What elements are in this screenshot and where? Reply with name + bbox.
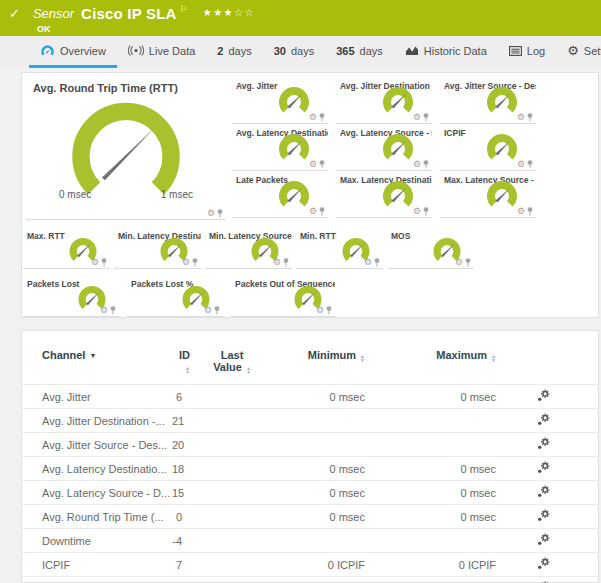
gear-icon[interactable]: ⚙	[364, 258, 372, 267]
tab-live-data[interactable]: Live Data	[117, 36, 206, 68]
channel-cell[interactable]: ICPIF	[22, 553, 172, 577]
gear-icon[interactable]: ⚙	[309, 207, 317, 216]
priority-flag-icon[interactable]: ⚐	[180, 4, 188, 14]
tab-2-days[interactable]: 2 days	[206, 36, 262, 68]
pin-icon[interactable]	[217, 209, 223, 218]
pin-icon[interactable]	[423, 207, 429, 216]
gear-icon[interactable]: ⚙	[309, 160, 317, 169]
channel-settings-icon[interactable]	[537, 413, 550, 426]
tab-30-days[interactable]: 30 days	[263, 36, 326, 68]
gauge-tile[interactable]: Packets Lost % ⚙	[127, 275, 223, 317]
sort-icon: ▲▼	[491, 354, 496, 362]
tab-historic-data[interactable]: Historic Data	[394, 36, 498, 68]
column-header-id[interactable]: ID▲▼	[172, 347, 192, 385]
pin-icon[interactable]	[319, 160, 325, 169]
channel-settings-icon[interactable]	[537, 509, 550, 522]
gauge-tile[interactable]: Avg. Jitter Destination - Source ⚙	[336, 77, 432, 124]
gear-icon[interactable]: ⚙	[91, 258, 99, 267]
gauge-tile-main[interactable]: Avg. Round Trip Time (RTT) 0 msec 1 msec…	[26, 77, 226, 220]
table-row[interactable]: Late Packets 11 0 # 0 #	[22, 577, 598, 583]
gauge-tile[interactable]: Max. Latency Destination - So... ⚙	[336, 171, 432, 218]
gear-icon[interactable]: ⚙	[309, 113, 317, 122]
gear-icon[interactable]: ⚙	[413, 207, 421, 216]
gear-icon[interactable]: ⚙	[273, 258, 281, 267]
channel-cell[interactable]: Downtime	[22, 529, 172, 553]
column-header-maximum[interactable]: Maximum▲▼	[372, 347, 502, 385]
gauge-tile[interactable]: Packets Lost ⚙	[23, 275, 119, 317]
gauge-tile[interactable]: MOS ⚙	[387, 227, 474, 269]
column-header-last-value[interactable]: Last Value▲▼	[192, 347, 272, 385]
id-cell: -4	[172, 529, 192, 553]
table-row[interactable]: Avg. Jitter Source - Des... 20	[22, 433, 598, 457]
channel-settings-icon[interactable]	[537, 533, 550, 546]
tab-number: 365	[336, 45, 354, 57]
gear-icon[interactable]: ⚙	[207, 209, 215, 218]
channel-cell[interactable]: Late Packets	[22, 577, 172, 583]
gauge-tile[interactable]: Min. RTT ⚙	[296, 227, 383, 269]
minimum-cell: 0 ICPIF	[272, 553, 372, 577]
gauge-tile[interactable]: Avg. Latency Destination - So... ⚙	[232, 124, 328, 171]
pin-icon[interactable]	[319, 113, 325, 122]
gear-icon[interactable]: ⚙	[204, 306, 212, 315]
column-header-minimum[interactable]: Minimum▲▼	[272, 347, 372, 385]
gauge-tile[interactable]: Late Packets ⚙	[232, 171, 328, 218]
gear-icon[interactable]: ⚙	[182, 258, 190, 267]
gauge-tile[interactable]: Avg. Latency Source - Destin... ⚙	[336, 124, 432, 171]
gauge-tile[interactable]: ICPIF ⚙	[440, 124, 536, 171]
pin-icon[interactable]	[423, 113, 429, 122]
channel-cell[interactable]: Avg. Jitter Destination -...	[22, 409, 172, 433]
sensor-header: ✓ Sensor Cisco IP SLA ⚐ ★★★☆☆ OK	[0, 0, 601, 36]
gauge-tile[interactable]: Min. Latency Destination - So... ⚙	[114, 227, 201, 269]
gauge-tile[interactable]: Max. Latency Source - Destin... ⚙	[440, 171, 536, 218]
gear-icon[interactable]: ⚙	[517, 113, 525, 122]
pin-icon[interactable]	[192, 258, 198, 267]
channel-cell[interactable]: Avg. Jitter Source - Des...	[22, 433, 172, 457]
table-row[interactable]: Avg. Jitter 6 0 msec 0 msec	[22, 385, 598, 409]
gauge-tile[interactable]: Min. Latency Source - Destina... ⚙	[205, 227, 292, 269]
pin-icon[interactable]	[319, 207, 325, 216]
gear-icon[interactable]: ⚙	[413, 113, 421, 122]
table-row[interactable]: Avg. Latency Source - D... 15 0 msec 0 m…	[22, 481, 598, 505]
gauge-tile[interactable]: Max. RTT ⚙	[23, 227, 110, 269]
pin-icon[interactable]	[101, 258, 107, 267]
tab-365-days[interactable]: 365 days	[325, 36, 394, 68]
pin-icon[interactable]	[423, 160, 429, 169]
table-row[interactable]: Avg. Latency Destinatio... 18 0 msec 0 m…	[22, 457, 598, 481]
gauge-tile[interactable]: Avg. Jitter Source - Destination ⚙	[440, 77, 536, 124]
tab-log[interactable]: Log	[498, 36, 556, 68]
gauge-tile[interactable]: Avg. Jitter ⚙	[232, 77, 328, 124]
channel-settings-icon[interactable]	[537, 389, 550, 402]
gear-icon[interactable]: ⚙	[455, 258, 463, 267]
pin-icon[interactable]	[527, 207, 533, 216]
table-row[interactable]: ICPIF 7 0 ICPIF 0 ICPIF	[22, 553, 598, 577]
pin-icon[interactable]	[326, 306, 332, 315]
tab-overview[interactable]: Overview	[29, 36, 117, 68]
tab-settings[interactable]: ⚙ Settings	[556, 36, 601, 68]
pin-icon[interactable]	[283, 258, 289, 267]
channel-settings-icon[interactable]	[537, 461, 550, 474]
channel-settings-icon[interactable]	[537, 485, 550, 498]
table-row[interactable]: Avg. Round Trip Time (... 0 0 msec 0 mse…	[22, 505, 598, 529]
channel-settings-icon[interactable]	[537, 437, 550, 450]
gear-icon[interactable]: ⚙	[413, 160, 421, 169]
channel-cell[interactable]: Avg. Latency Source - D...	[22, 481, 172, 505]
pin-icon[interactable]	[527, 113, 533, 122]
pin-icon[interactable]	[110, 306, 116, 315]
gear-icon[interactable]: ⚙	[316, 306, 324, 315]
pin-icon[interactable]	[465, 258, 471, 267]
pin-icon[interactable]	[374, 258, 380, 267]
gear-icon[interactable]: ⚙	[517, 160, 525, 169]
gauge-tile[interactable]: Packets Out of Sequence ⚙	[231, 275, 335, 317]
table-row[interactable]: Downtime -4	[22, 529, 598, 553]
priority-star-rating[interactable]: ★★★☆☆	[203, 7, 255, 18]
column-header-channel[interactable]: Channel▼	[22, 347, 172, 385]
channel-cell[interactable]: Avg. Jitter	[22, 385, 172, 409]
pin-icon[interactable]	[214, 306, 220, 315]
channel-settings-icon[interactable]	[537, 557, 550, 570]
channel-cell[interactable]: Avg. Latency Destinatio...	[22, 457, 172, 481]
gear-icon[interactable]: ⚙	[100, 306, 108, 315]
channel-cell[interactable]: Avg. Round Trip Time (...	[22, 505, 172, 529]
pin-icon[interactable]	[527, 160, 533, 169]
table-row[interactable]: Avg. Jitter Destination -... 21	[22, 409, 598, 433]
gear-icon[interactable]: ⚙	[517, 207, 525, 216]
